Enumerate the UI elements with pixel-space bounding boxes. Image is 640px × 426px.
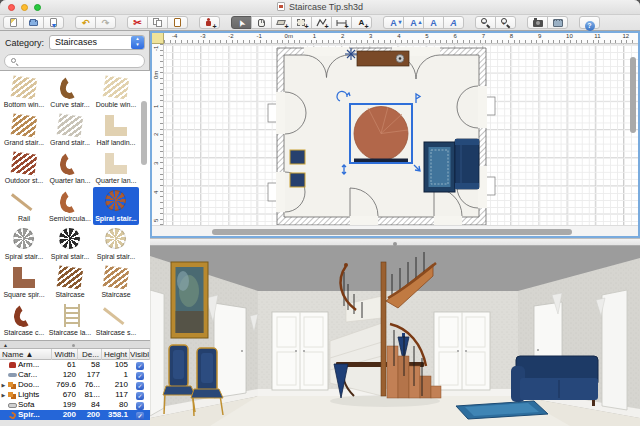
catalog-item[interactable]: Rail — [1, 187, 47, 225]
decrease-text-size-button[interactable]: A▾ — [383, 16, 404, 29]
view-3d[interactable] — [150, 246, 640, 426]
zoom-out-button[interactable]: − — [475, 16, 496, 29]
create-rooms-button[interactable]: + — [291, 16, 312, 29]
h-ruler-label: 0m — [285, 33, 293, 39]
zoom-in-button[interactable]: + — [495, 16, 516, 29]
catalog-item[interactable]: Semicircula... — [47, 187, 93, 225]
catalog-item[interactable]: Bottom win... — [1, 73, 47, 111]
catalog-item[interactable]: Outdoor st... — [1, 149, 47, 187]
catalog-item[interactable]: Square spir... — [1, 263, 47, 301]
catalog-item[interactable]: Spiral stair... — [93, 187, 139, 225]
column-header-width[interactable]: Width — [52, 349, 78, 360]
sofa-plan[interactable] — [455, 139, 479, 189]
visible-checkbox[interactable]: ✓ — [136, 392, 144, 400]
column-header-visible[interactable]: Visible — [130, 349, 150, 360]
expand-arrow-icon[interactable]: ▶ — [0, 390, 7, 400]
h-ruler-label: -1 — [256, 33, 261, 39]
spiral-staircase-plan-selected[interactable] — [337, 91, 420, 174]
furniture-row[interactable]: Car...1201771✓ — [0, 370, 150, 380]
visible-checkbox[interactable]: ✓ — [136, 412, 144, 420]
copy-button[interactable] — [147, 16, 168, 29]
paste-button[interactable] — [167, 16, 188, 29]
catalog-item[interactable]: Staircase — [47, 263, 93, 301]
create-dimensions-button[interactable]: + — [331, 16, 352, 29]
column-header-name[interactable]: Name ▲ — [0, 349, 52, 360]
create-photo-button[interactable] — [527, 16, 548, 29]
furniture-row[interactable]: ▶Doo...769.676...210✓ — [0, 380, 150, 390]
furniture-table-header: Name ▲WidthDe...HeightVisible — [0, 349, 150, 360]
visible-checkbox[interactable]: ✓ — [136, 362, 144, 370]
catalog-item[interactable]: Half landin... — [93, 111, 139, 149]
catalog-item[interactable]: Staircase s... — [93, 301, 139, 339]
create-video-button[interactable] — [547, 16, 568, 29]
catalog-item-label: Spiral stair... — [1, 252, 47, 261]
bold-button[interactable]: A — [423, 16, 444, 29]
plan-hscrollbar[interactable] — [152, 225, 638, 236]
furniture-row[interactable]: ▶Lights67081...117✓ — [0, 390, 150, 400]
visible-checkbox[interactable]: ✓ — [136, 382, 144, 390]
furniture-row[interactable]: Arm...6158105✓ — [0, 360, 150, 370]
undo-button[interactable]: ↶ — [75, 16, 96, 29]
furniture-row[interactable]: Sofa1998480✓ — [0, 400, 150, 410]
catalog-item[interactable]: Spiral stair... — [1, 225, 47, 263]
bold-icon: A — [428, 17, 440, 29]
plan-view[interactable]: -4-3-2-10m123456789101112 -10m12345 — [150, 31, 640, 238]
create-dimensions-icon: + — [336, 17, 348, 29]
visible-checkbox[interactable]: ✓ — [136, 402, 144, 410]
column-header-height[interactable]: Height — [102, 349, 130, 360]
save-button[interactable]: ▼ — [43, 16, 64, 29]
open-button[interactable] — [23, 16, 44, 29]
plan-vscrollbar-thumb[interactable] — [630, 57, 636, 133]
group-icon — [7, 390, 18, 400]
catalog-item[interactable]: Spiral stair... — [47, 225, 93, 263]
catalog-item[interactable]: Spiral stair... — [93, 225, 139, 263]
h-ruler-label: 2 — [341, 33, 344, 39]
catalog-item[interactable]: Staircase c... — [1, 301, 47, 339]
rug-plan[interactable] — [424, 142, 455, 192]
painting[interactable] — [171, 262, 208, 338]
expand-arrow-icon[interactable]: ▶ — [0, 380, 7, 390]
add-furniture-button[interactable]: + — [199, 16, 220, 29]
new-button[interactable] — [3, 16, 24, 29]
pan-button[interactable] — [251, 16, 272, 29]
catalog-item[interactable]: Grand stair... — [47, 111, 93, 149]
visible-cell: ✓ — [130, 380, 150, 390]
search-input[interactable] — [19, 56, 139, 66]
catalog-scrollbar-thumb[interactable] — [141, 101, 147, 165]
column-header-de[interactable]: De... — [78, 349, 102, 360]
copy-icon — [152, 17, 164, 29]
catalog-item[interactable]: Double win... — [93, 73, 139, 111]
catalog-search[interactable] — [4, 54, 145, 68]
catalog-item[interactable]: Quarter lan... — [93, 149, 139, 187]
catalog-item[interactable]: Staircase la... — [47, 301, 93, 339]
catalog-item[interactable]: Curve stair... — [47, 73, 93, 111]
catalog-item-label: Grand stair... — [47, 138, 93, 147]
furniture-row[interactable]: Spir...200200358.1✓ — [0, 410, 150, 420]
catalog-item[interactable]: Staircase — [93, 263, 139, 301]
help-button[interactable]: ? — [579, 16, 600, 29]
redo-button[interactable]: ↷ — [95, 16, 116, 29]
add-texts-button[interactable]: A+ — [351, 16, 372, 29]
category-select[interactable]: Staircases ▲▼ — [49, 35, 145, 50]
italic-button[interactable]: A — [443, 16, 464, 29]
visible-checkbox[interactable]: ✓ — [136, 372, 144, 380]
catalog-item-thumbnail — [9, 303, 39, 328]
create-walls-button[interactable]: + — [271, 16, 292, 29]
create-polylines-button[interactable]: + — [311, 16, 332, 29]
v-ruler-label: -1 — [153, 45, 159, 50]
increase-text-size-button[interactable]: A▴ — [403, 16, 424, 29]
catalog-item[interactable]: Grand stair... — [1, 111, 47, 149]
sofa-icon — [7, 400, 18, 410]
catalog-item-thumbnail — [55, 113, 85, 138]
select-button[interactable]: ➤ — [231, 16, 252, 29]
furniture-name: Doo... — [18, 380, 52, 390]
catalog-list: Bottom win...Curve stair...Double win...… — [0, 70, 150, 341]
plan-canvas[interactable] — [164, 44, 638, 225]
catalog-item[interactable]: Quarter lan... — [47, 149, 93, 187]
plan-3d-splitter[interactable] — [150, 238, 640, 246]
plan-hscrollbar-thumb[interactable] — [212, 229, 572, 235]
catalog-item-label: Curve stair... — [47, 100, 93, 109]
cut-button[interactable]: ✂ — [127, 16, 148, 29]
furniture-width: 120 — [52, 370, 78, 380]
app-window: Staircase Tip.sh3d ▼↶↷✂+➤++++A+A▾A▴AA−+?… — [0, 0, 640, 426]
